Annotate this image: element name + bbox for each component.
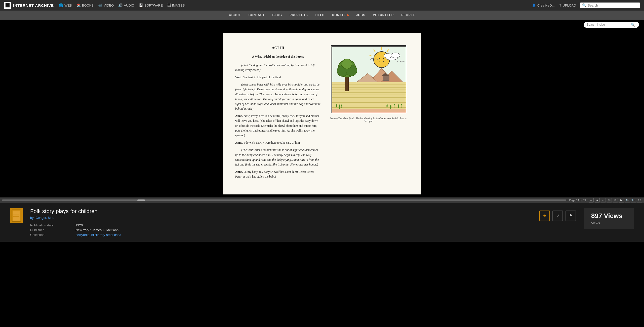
svg-rect-2 [6,6,9,6]
web-icon: 🌐 [59,3,63,7]
fullscreen-button[interactable]: ⛶ [637,198,642,202]
upload-icon: ⬆ [559,4,561,7]
illustration-svg [331,46,406,113]
svg-point-17 [384,54,392,58]
user-label: CreativeD... [537,4,555,7]
svg-rect-39 [332,109,406,113]
page-indicator: Page 14 of 71 [569,199,586,202]
user-account[interactable]: 👤 CreativeD... [532,4,555,7]
wolf-text: She isn't in this part of the field. [243,75,281,79]
svg-rect-21 [383,76,389,80]
search-input[interactable] [588,4,638,7]
illustration-caption: Scene—The wheat fields. The hut showing … [328,116,409,124]
double-page-view[interactable]: ▯▯ [607,198,612,202]
nav-projects[interactable]: PROJECTS [290,13,308,17]
nav-software[interactable]: 💾 SOFTWARE [139,3,163,7]
nav-web[interactable]: 🌐 WEB [59,3,72,7]
video-icon: 📹 [98,3,102,7]
anna-dialog-1: Anna. Now, lovey, here is a beautiful, s… [235,114,321,138]
secondary-navigation: ABOUT CONTACT BLOG PROJECTS HELP DONATE … [0,11,644,20]
nav-images[interactable]: 🖼 IMAGES [167,3,185,7]
internet-archive-logo[interactable]: INTERNET ARCHIVE [4,2,54,9]
scroll-controls: Page 14 of 71 ⏮ ◀ ▭ ▯▯ ⊞ ▶ 🔍- 🔍+ ⛶ [0,197,644,203]
single-page-view[interactable]: ▭ [601,198,606,202]
anna-speaker-1: Anna. [235,114,243,118]
nav-about[interactable]: ABOUT [229,13,241,17]
search-inside-bar: 🔍 [0,20,644,30]
upload-button[interactable]: ⬆ UPLOAD [559,4,576,7]
nav-books[interactable]: 📚 BOOKS [76,3,94,7]
upload-label: UPLOAD [563,4,576,7]
book-actions: ★ ↗ ⚑ [539,211,576,221]
nav-blog[interactable]: BLOG [272,13,282,17]
nav-volunteer[interactable]: VOLUNTEER [373,13,394,17]
wolf-speaker: Wolf. [235,75,242,79]
nav-contact[interactable]: CONTACT [249,13,265,17]
search-inside-icon[interactable]: 🔍 [631,23,635,27]
zoom-in-button[interactable]: 🔍+ [631,198,636,202]
book-metadata-panel: Folk story plays for children by Conger,… [0,203,644,242]
anna-speaker-2: Anna. [235,141,243,144]
collection-link-2[interactable]: americana [106,233,121,237]
page-right: Scene—The wheat fields. The hut showing … [328,45,409,182]
global-search-bar[interactable]: 🔍 [580,3,640,8]
book-info: Folk story plays for children by Conger,… [30,208,532,237]
views-label: Views [591,221,626,225]
nav-donate[interactable]: DONATE [332,13,349,17]
scroll-thumb[interactable] [137,199,145,201]
nav-people[interactable]: PEOPLE [401,13,415,17]
pub-date-value: 1920 [75,223,532,227]
stats-box: 897 Views Views [584,208,634,229]
svg-rect-3 [6,4,9,4]
donate-dot [347,14,349,16]
stage-direction-3: (The wolf waits a moment till she is out… [235,148,321,167]
illustration [331,45,406,113]
wolf-dialog: Wolf. She isn't in this part of the fiel… [235,75,321,80]
anna-text-3: O, my baby, my baby! A wolf has eaten hi… [235,170,314,178]
logo-text: INTERNET ARCHIVE [13,3,54,8]
anna-dialog-2: Anna. I do wish Tawny were here to take … [235,140,321,145]
nav-audio[interactable]: 🔊 AUDIO [118,3,134,7]
audio-icon: 🔊 [118,3,123,7]
anna-text-1: Now, lovey, here is a beautiful, shady r… [235,114,319,137]
author-prefix: by [30,216,34,220]
search-inside-field[interactable]: 🔍 [584,22,639,28]
anna-speaker-3: Anna. [235,170,243,174]
first-page-button[interactable]: ⏮ [589,198,594,202]
share-button[interactable]: ↗ [552,211,563,221]
svg-point-8 [379,58,380,59]
svg-rect-41 [13,211,20,221]
publisher-value: New York : James A. McCann [75,228,532,232]
prev-page-button[interactable]: ◀ [595,198,600,202]
book-author: by Conger, M. L [30,216,532,220]
flag-button[interactable]: ⚑ [566,211,576,221]
top-navigation-bar: INTERNET ARCHIVE 🌐 WEB 📚 BOOKS 📹 VIDEO 🔊… [0,0,644,11]
nav-jobs[interactable]: JOBS [356,13,366,17]
scroll-track[interactable] [2,199,566,201]
svg-point-16 [391,53,400,58]
top-right-controls: 👤 CreativeD... ⬆ UPLOAD 🔍 [532,3,640,8]
page-left: ACT III A Wheat Field on the Edge of the… [235,45,328,182]
stage-direction-1: (First the dog and the wolf come trottin… [235,63,321,72]
user-icon: 👤 [532,4,536,7]
nav-controls: ⏮ ◀ ▭ ▯▯ ⊞ ▶ 🔍- 🔍+ ⛶ [589,198,642,202]
thumbnail-view[interactable]: ⊞ [613,198,618,202]
next-page-button[interactable]: ▶ [619,198,624,202]
logo-icon [4,2,11,9]
search-inside-input[interactable] [587,23,629,26]
software-icon: 💾 [139,3,143,7]
collection-link-1[interactable]: newyorkpubliclibrary [75,233,105,237]
book-cover-icon [10,208,23,223]
favorite-button[interactable]: ★ [539,211,550,221]
zoom-out-button[interactable]: 🔍- [625,198,630,202]
meta-table: Publication date 1920 Publisher New York… [30,223,532,237]
nav-help[interactable]: HELP [315,13,325,17]
book-title: Folk story plays for children [30,208,532,215]
views-count: 897 Views [591,212,626,220]
book-viewer: ACT III A Wheat Field on the Edge of the… [0,30,644,197]
author-link[interactable]: Conger, M. L [35,216,54,220]
pub-date-label: Publication date [30,223,70,227]
top-nav-items: 🌐 WEB 📚 BOOKS 📹 VIDEO 🔊 AUDIO 💾 SOFTWARE… [59,3,527,7]
anna-text-2: I do wish Tawny were here to take care o… [244,141,301,144]
nav-video[interactable]: 📹 VIDEO [98,3,114,7]
